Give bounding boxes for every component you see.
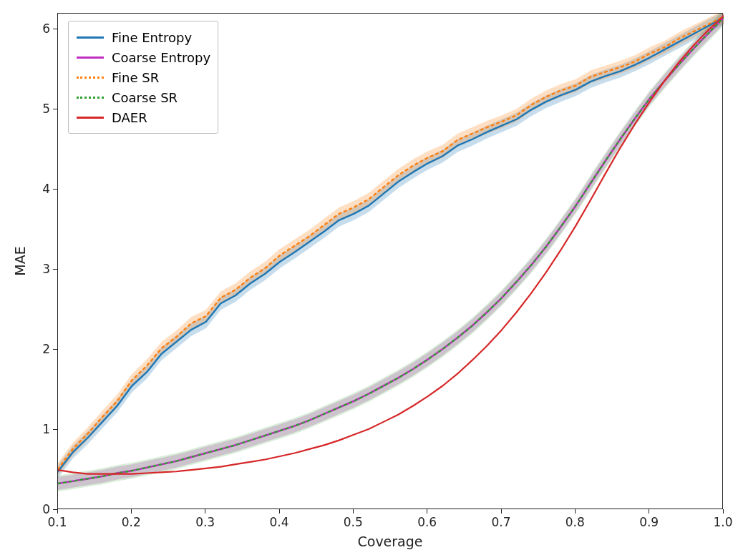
y-tick-label: 3 <box>42 262 50 276</box>
y-tick-label: 6 <box>42 21 50 36</box>
legend-label: DAER <box>112 110 147 125</box>
y-tick <box>53 109 57 109</box>
x-tick <box>501 509 502 514</box>
y-tick <box>53 189 57 190</box>
x-tick <box>57 509 58 514</box>
x-tick <box>723 509 724 514</box>
x-tick <box>205 509 205 514</box>
x-tick-label: 0.1 <box>47 515 67 529</box>
x-tick-label: 0.3 <box>195 515 215 529</box>
x-tick-label: 1.0 <box>713 515 732 529</box>
legend-label: Coarse Entropy <box>112 50 210 65</box>
x-tick <box>353 509 354 514</box>
y-tick-label: 2 <box>42 342 50 356</box>
legend-label: Fine SR <box>112 70 159 85</box>
y-tick <box>53 509 57 510</box>
y-tick <box>53 429 57 430</box>
legend-swatch <box>76 110 105 124</box>
y-tick <box>53 349 57 350</box>
x-tick <box>575 509 576 514</box>
x-tick-label: 0.4 <box>269 515 288 529</box>
x-tick-label: 0.5 <box>344 515 363 529</box>
x-tick <box>427 509 427 514</box>
y-tick-label: 4 <box>42 182 50 196</box>
legend-item: Coarse Entropy <box>76 47 210 67</box>
y-tick <box>53 269 57 270</box>
chart-figure: Fine EntropyCoarse EntropyFine SRCoarse … <box>0 0 733 560</box>
legend-swatch <box>76 30 105 44</box>
x-tick <box>279 509 280 514</box>
legend-line-icon <box>77 36 104 39</box>
y-tick-label: 1 <box>42 422 50 436</box>
x-tick-label: 0.7 <box>491 515 510 529</box>
plot-area: Fine EntropyCoarse EntropyFine SRCoarse … <box>57 13 723 509</box>
y-tick-label: 0 <box>42 502 50 516</box>
legend-label: Fine Entropy <box>112 30 192 45</box>
legend-item: Fine SR <box>76 67 210 87</box>
legend-item: Fine Entropy <box>76 27 210 47</box>
legend-swatch <box>76 50 105 64</box>
x-tick <box>131 509 132 514</box>
legend-line-icon <box>77 97 104 99</box>
legend-line-icon <box>77 57 104 59</box>
legend-line-icon <box>77 77 104 79</box>
legend-swatch <box>76 70 105 84</box>
legend-label: Coarse SR <box>112 90 178 105</box>
legend-swatch <box>76 90 105 104</box>
x-tick-label: 0.6 <box>417 515 437 529</box>
x-tick-label: 0.2 <box>122 515 141 529</box>
legend-line-icon <box>77 117 104 119</box>
y-tick <box>53 29 57 29</box>
legend: Fine EntropyCoarse EntropyFine SRCoarse … <box>68 21 218 134</box>
y-axis-label: MAE <box>12 246 28 275</box>
x-tick-label: 0.9 <box>639 515 659 529</box>
y-tick-label: 5 <box>42 102 50 116</box>
legend-item: Coarse SR <box>76 87 210 107</box>
x-axis-label: Coverage <box>357 534 422 549</box>
x-tick <box>649 509 649 514</box>
x-tick-label: 0.8 <box>565 515 585 529</box>
legend-item: DAER <box>76 107 210 127</box>
